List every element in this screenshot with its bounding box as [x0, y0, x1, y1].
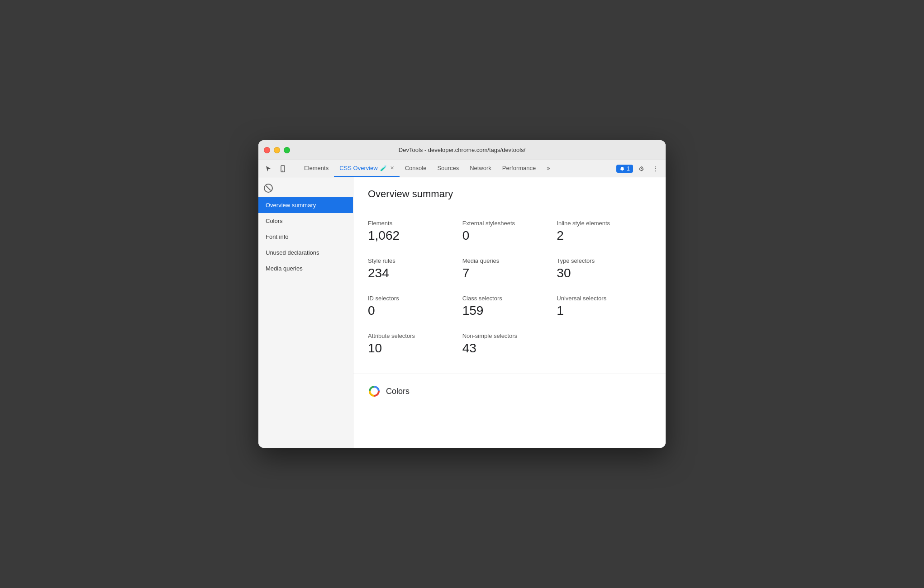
- tabs-container: Elements CSS Overview 🧪 ✕ Console Source…: [299, 160, 616, 177]
- stat-style-rules: Style rules 234: [368, 250, 462, 288]
- more-options-icon[interactable]: ⋮: [649, 162, 662, 175]
- stat-elements: Elements 1,062: [368, 213, 462, 250]
- colors-title: Colors: [386, 387, 410, 396]
- main-content: Overview summary Colors Font info Unused…: [258, 177, 666, 448]
- toolbar-right: 1 ⚙ ⋮: [616, 162, 662, 175]
- title-bar: DevTools - developer.chrome.com/tags/dev…: [258, 140, 666, 160]
- experiment-icon: 🧪: [380, 165, 387, 171]
- stats-grid: Elements 1,062 External stylesheets 0 In…: [368, 213, 651, 363]
- stat-attribute-selectors: Attribute selectors 10: [368, 325, 462, 363]
- tab-elements[interactable]: Elements: [299, 160, 334, 177]
- tab-css-overview[interactable]: CSS Overview 🧪 ✕: [334, 160, 400, 177]
- sidebar-item-font-info[interactable]: Font info: [258, 229, 353, 245]
- sidebar-item-overview-summary[interactable]: Overview summary: [258, 197, 353, 213]
- toolbar-left: [262, 162, 295, 175]
- maximize-button[interactable]: [284, 147, 290, 153]
- stat-type-selectors: Type selectors 30: [557, 250, 651, 288]
- notification-button[interactable]: 1: [616, 165, 633, 173]
- cursor-icon[interactable]: [262, 162, 275, 175]
- google-colors-icon: [368, 385, 381, 398]
- sidebar-item-unused-declarations[interactable]: Unused declarations: [258, 245, 353, 261]
- mobile-icon[interactable]: [276, 162, 289, 175]
- tab-close-icon[interactable]: ✕: [390, 165, 394, 171]
- tab-sources[interactable]: Sources: [432, 160, 464, 177]
- close-button[interactable]: [264, 147, 270, 153]
- no-entry-icon: [264, 184, 273, 193]
- window-title: DevTools - developer.chrome.com/tags/dev…: [399, 147, 525, 153]
- stat-media-queries: Media queries 7: [462, 250, 557, 288]
- sidebar-item-media-queries[interactable]: Media queries: [258, 261, 353, 276]
- traffic-lights: [264, 147, 290, 153]
- devtools-window: DevTools - developer.chrome.com/tags/dev…: [258, 140, 666, 448]
- colors-section: Colors: [353, 374, 666, 408]
- tab-bar: Elements CSS Overview 🧪 ✕ Console Source…: [258, 160, 666, 177]
- stat-inline-style-elements: Inline style elements 2: [557, 213, 651, 250]
- stat-universal-selectors: Universal selectors 1: [557, 288, 651, 325]
- sidebar-item-colors[interactable]: Colors: [258, 213, 353, 229]
- page-title: Overview summary: [368, 188, 651, 200]
- minimize-button[interactable]: [274, 147, 280, 153]
- stat-external-stylesheets: External stylesheets 0: [462, 213, 557, 250]
- content-panel: Overview summary Elements 1,062 External…: [353, 177, 666, 448]
- tab-performance[interactable]: Performance: [497, 160, 541, 177]
- content-inner: Overview summary Elements 1,062 External…: [353, 177, 666, 374]
- stat-empty: [557, 325, 651, 363]
- toolbar-divider: [293, 164, 293, 173]
- tab-network[interactable]: Network: [464, 160, 497, 177]
- settings-icon[interactable]: ⚙: [635, 162, 648, 175]
- tab-console[interactable]: Console: [400, 160, 432, 177]
- sidebar: Overview summary Colors Font info Unused…: [258, 177, 353, 448]
- sidebar-icon-row: [258, 181, 353, 197]
- colors-header: Colors: [368, 385, 651, 398]
- stat-class-selectors: Class selectors 159: [462, 288, 557, 325]
- stat-id-selectors: ID selectors 0: [368, 288, 462, 325]
- stat-non-simple-selectors: Non-simple selectors 43: [462, 325, 557, 363]
- tab-more[interactable]: »: [541, 160, 555, 177]
